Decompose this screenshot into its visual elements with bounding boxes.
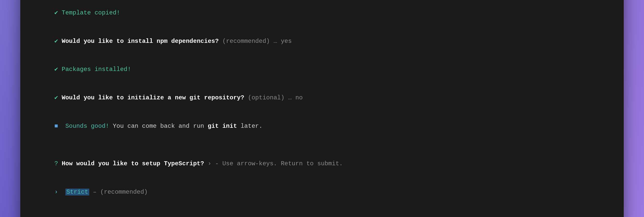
- terminal-option-strict[interactable]: › Strict – (recommended): [32, 178, 612, 206]
- npm-recommended: (recommended) … yes: [219, 38, 292, 45]
- typescript-question: How would you like to setup TypeScript?: [62, 160, 204, 167]
- strict-recommended: – (recommended): [89, 189, 148, 195]
- scrollbar-track[interactable]: [621, 0, 624, 217]
- terminal-line-blank: [32, 140, 612, 150]
- checkmark-npm: ✔: [54, 38, 62, 45]
- sounds-good-rest: You can come back and run git init later…: [109, 123, 262, 130]
- sounds-good-text: Sounds good!: [65, 123, 109, 130]
- terminal-line-6: ✔ Would you like to initialize a new git…: [32, 84, 612, 112]
- terminal-line-3: ✔ Template copied!: [32, 0, 612, 27]
- git-optional: (optional) … no: [244, 94, 302, 101]
- typescript-instruction: › - Use arrow-keys. Return to submit.: [204, 160, 343, 167]
- terminal-line-5: ✔ Packages installed!: [32, 55, 612, 84]
- arrow-icon: ›: [54, 189, 65, 195]
- terminal-line-4: ✔ Would you like to install npm dependen…: [32, 27, 612, 56]
- terminal-window: TERMINAL PROBLEMS OUTPUT DEBUG CONSOLE ⌨…: [20, 0, 624, 217]
- line3-text: ✔ Template copied!: [54, 9, 120, 16]
- line5-text: ✔ Packages installed!: [54, 66, 131, 73]
- npm-question: Would you like to install npm dependenci…: [62, 38, 219, 45]
- terminal-option-strictest[interactable]: Strictest: [32, 206, 612, 217]
- square-icon: ■: [54, 123, 65, 130]
- strict-label: Strict: [65, 189, 89, 195]
- terminal-line-7: ■ Sounds good! You can come back and run…: [32, 112, 612, 140]
- terminal-body[interactable]: Copying project files...(node:25666) Exp…: [20, 0, 624, 217]
- git-question: Would you like to initialize a new git r…: [62, 94, 244, 101]
- terminal-line-8: ? How would you like to setup TypeScript…: [32, 150, 612, 178]
- question-mark: ?: [54, 160, 62, 167]
- checkmark-git: ✔: [54, 94, 62, 101]
